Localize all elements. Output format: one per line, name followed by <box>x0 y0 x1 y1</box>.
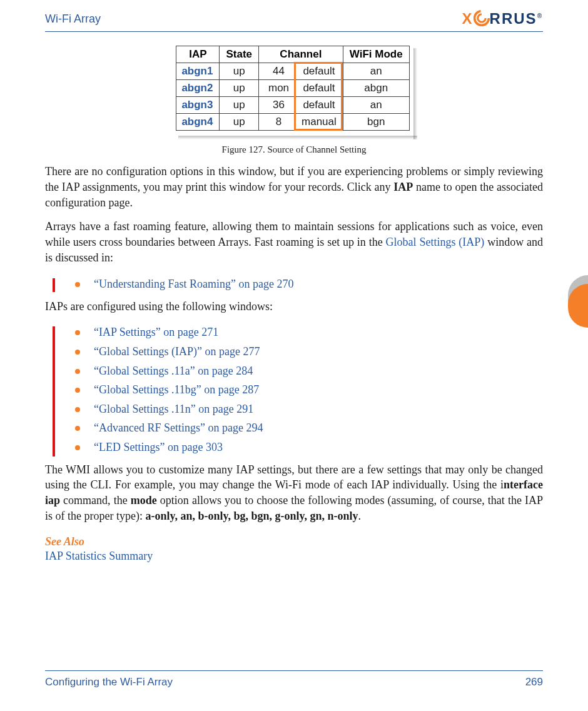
paragraph-3: IAPs are configured using the following … <box>45 299 543 315</box>
see-also-heading: See Also <box>45 535 543 548</box>
logo-swirl-icon <box>474 10 490 26</box>
iap-link[interactable]: abgn3 <box>176 97 220 114</box>
iap-table: IAP State Channel WiFi Mode abgn1 up 44 … <box>176 46 409 131</box>
cell-state: up <box>220 114 259 131</box>
list-item: “Global Settings (IAP)” on page 277 <box>45 342 543 361</box>
xref-link[interactable]: “Global Settings .11n” on page 291 <box>94 403 253 415</box>
page-header: Wi-Fi Array X RRUS® <box>45 0 543 32</box>
cell-mode: abgn <box>343 80 409 97</box>
footer-page-number: 269 <box>525 676 543 688</box>
list-item: “Global Settings .11n” on page 291 <box>45 400 543 419</box>
page-footer: Configuring the Wi-Fi Array 269 <box>45 670 543 688</box>
table-row: abgn2 up mon default abgn <box>176 80 409 97</box>
xref-link[interactable]: “Understanding Fast Roaming” on page 270 <box>94 278 293 290</box>
list-item: “Global Settings .11bg” on page 287 <box>45 380 543 400</box>
iap-link[interactable]: abgn4 <box>176 114 220 131</box>
list-item: “LED Settings” on page 303 <box>45 438 543 457</box>
see-also-link[interactable]: IAP Statistics Summary <box>45 550 543 563</box>
figure-caption: Figure 127. Source of Channel Setting <box>45 144 543 155</box>
cell-mode: an <box>343 63 409 80</box>
link-global-settings-iap[interactable]: Global Settings (IAP) <box>386 236 485 248</box>
cell-ch-src: default <box>295 97 343 114</box>
cell-ch-num: 8 <box>259 114 295 131</box>
cell-state: up <box>220 80 259 97</box>
col-channel: Channel <box>259 46 343 63</box>
list-item: “Understanding Fast Roaming” on page 270 <box>45 275 543 294</box>
header-title: Wi-Fi Array <box>45 13 101 26</box>
list-item: “Advanced RF Settings” on page 294 <box>45 418 543 438</box>
xref-link[interactable]: “Global Settings .11bg” on page 287 <box>94 383 259 396</box>
registered-icon: ® <box>537 13 543 19</box>
footer-section: Configuring the Wi-Fi Array <box>45 676 173 688</box>
cell-state: up <box>220 97 259 114</box>
list-item: “Global Settings .11a” on page 284 <box>45 361 543 381</box>
table-row: abgn1 up 44 default an <box>176 63 409 80</box>
svg-point-1 <box>477 14 485 22</box>
cell-mode: an <box>343 97 409 114</box>
cell-ch-src: default <box>295 63 343 80</box>
bullet-list-2: “IAP Settings” on page 271 “Global Setti… <box>45 323 543 456</box>
iap-link[interactable]: abgn2 <box>176 80 220 97</box>
paragraph-4: The WMI allows you to customize many IAP… <box>45 462 543 524</box>
col-state: State <box>220 46 259 63</box>
list-item: “IAP Settings” on page 271 <box>45 323 543 342</box>
bullet-list-1: “Understanding Fast Roaming” on page 270 <box>45 275 543 294</box>
xref-link[interactable]: “Global Settings .11a” on page 284 <box>94 365 253 377</box>
xref-link[interactable]: “IAP Settings” on page 271 <box>94 326 218 338</box>
xref-link[interactable]: “Advanced RF Settings” on page 294 <box>94 421 263 434</box>
xref-link[interactable]: “Global Settings (IAP)” on page 277 <box>94 345 260 358</box>
paragraph-1: There are no configuration options in th… <box>45 164 543 210</box>
col-iap: IAP <box>176 46 220 63</box>
table-row: abgn4 up 8 manual bgn <box>176 114 409 131</box>
cell-ch-num: 36 <box>259 97 295 114</box>
table-row: abgn3 up 36 default an <box>176 97 409 114</box>
xref-link[interactable]: “LED Settings” on page 303 <box>94 441 223 453</box>
logo-text: X RRUS® <box>462 10 543 28</box>
cell-mode: bgn <box>343 114 409 131</box>
cell-state: up <box>220 63 259 80</box>
xirrus-logo: X RRUS® <box>462 10 543 28</box>
col-mode: WiFi Mode <box>343 46 409 63</box>
cell-ch-num: mon <box>259 80 295 97</box>
cell-ch-src: default <box>295 80 343 97</box>
cell-ch-src: manual <box>295 114 343 131</box>
paragraph-2: Arrays have a fast roaming feature, allo… <box>45 219 543 265</box>
iap-link[interactable]: abgn1 <box>176 63 220 80</box>
figure-127: IAP State Channel WiFi Mode abgn1 up 44 … <box>45 44 543 155</box>
svg-point-0 <box>474 11 489 26</box>
cell-ch-num: 44 <box>259 63 295 80</box>
